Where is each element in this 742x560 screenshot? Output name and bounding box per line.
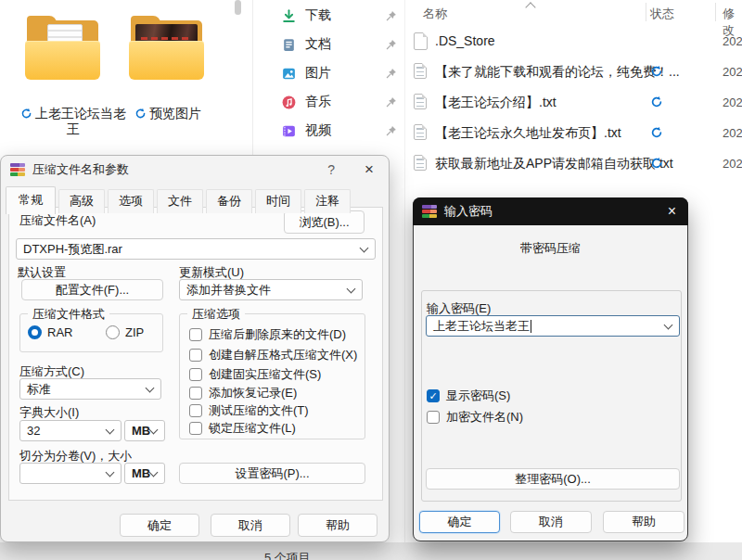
checkbox-icon[interactable] <box>189 328 202 341</box>
checkbox-icon[interactable] <box>189 387 202 400</box>
split-volumes-combobox[interactable] <box>19 463 122 484</box>
radio-selected-icon[interactable] <box>28 325 42 339</box>
tab-options[interactable]: 选项 <box>108 189 154 213</box>
checkbox-icon[interactable] <box>189 349 202 362</box>
file-name: 【老王论坛介绍】.txt <box>435 95 556 111</box>
chevron-down-icon[interactable] <box>347 284 356 293</box>
pin-icon <box>385 10 397 22</box>
text-caret <box>531 320 531 333</box>
chevron-down-icon[interactable] <box>106 467 115 477</box>
help-button[interactable]: 帮助 <box>298 514 377 537</box>
checkbox-icon[interactable] <box>189 422 202 435</box>
sidebar-item-documents[interactable]: 文档 <box>281 33 397 56</box>
download-icon <box>281 8 297 24</box>
cancel-button[interactable]: 取消 <box>211 514 290 537</box>
password-input[interactable]: 上老王论坛当老王 <box>426 315 680 337</box>
folder-tile[interactable]: 预览图片 <box>127 15 211 80</box>
desktop: 上老王论坛当老王 预览图片 下载 <box>0 0 742 560</box>
sidebar-item-music[interactable]: 音乐 <box>281 91 397 113</box>
chevron-down-icon[interactable] <box>146 383 155 392</box>
document-icon <box>281 37 297 53</box>
dictionary-size-combobox[interactable]: 32 <box>19 420 122 441</box>
sidebar-item-label: 音乐 <box>305 94 385 110</box>
chevron-down-icon[interactable] <box>106 425 115 434</box>
file-name: 【老王论坛永久地址发布页】.txt <box>435 125 621 142</box>
checkbox-show-password[interactable]: 显示密码(S) <box>427 388 510 404</box>
set-password-button[interactable]: 设置密码(P)... <box>179 463 365 484</box>
radio-rar[interactable]: RAR <box>28 325 72 339</box>
chevron-down-icon[interactable] <box>664 320 673 329</box>
file-row[interactable]: 【来了就能下载和观看的论坛，纯免费！... 202 <box>405 59 742 85</box>
checkbox-icon[interactable] <box>189 368 202 381</box>
ok-button[interactable]: 确定 <box>120 514 199 537</box>
help-icon[interactable]: ? <box>327 162 335 177</box>
dictionary-size-label: 字典大小(I) <box>19 404 79 421</box>
checkbox-icon[interactable] <box>427 411 440 424</box>
checkbox-encrypt-filenames[interactable]: 加密文件名(N) <box>427 409 523 426</box>
organize-passwords-button[interactable]: 整理密码(O)... <box>426 468 680 490</box>
cancel-button[interactable]: 取消 <box>510 511 592 533</box>
help-button[interactable]: 帮助 <box>603 511 684 533</box>
ok-button[interactable]: 确定 <box>419 511 500 533</box>
archive-name-combobox[interactable]: DTXPH-预览图.rar <box>16 238 376 260</box>
tab-files[interactable]: 文件 <box>157 189 203 213</box>
dialog-title-bar[interactable]: 输入密码 <box>413 197 688 225</box>
pictures-icon <box>281 66 297 82</box>
chevron-down-icon[interactable] <box>360 243 369 252</box>
sort-ascending-icon[interactable] <box>525 2 535 12</box>
enter-password-dialog: 输入密码 × 带密码压缩 输入密码(E) 上老王论坛当老王 显示密码(S) 加密… <box>413 197 688 541</box>
column-header-name[interactable]: 名称 <box>423 6 447 22</box>
dialog-title: 输入密码 <box>444 203 493 220</box>
tab-time[interactable]: 时间 <box>255 189 301 213</box>
update-mode-combobox[interactable]: 添加并替换文件 <box>179 279 363 300</box>
file-list-header: 名称 状态 修改 <box>405 0 742 25</box>
checkbox-icon[interactable] <box>189 404 202 417</box>
file-row[interactable]: 获取最新地址及APP请发邮箱自动获取.txt 202 <box>405 151 742 177</box>
sidebar-item-label: 图片 <box>305 65 385 82</box>
scrollbar-thumb[interactable] <box>235 0 241 15</box>
close-icon[interactable]: × <box>365 160 374 179</box>
checkbox-lock-archive[interactable]: 锁定压缩文件(L) <box>189 420 296 437</box>
folder-name: 上老王论坛当老王 <box>35 106 126 136</box>
folder-name: 预览图片 <box>149 106 201 121</box>
file-row[interactable]: 【老王论坛永久地址发布页】.txt 202 <box>405 121 742 146</box>
tab-advanced[interactable]: 高级 <box>58 189 105 213</box>
checkbox-test-files[interactable]: 测试压缩的文件(T) <box>189 402 309 419</box>
password-subtitle: 带密码压缩 <box>414 240 687 257</box>
radio-unselected-icon[interactable] <box>106 325 120 339</box>
browse-button[interactable]: 浏览(B)... <box>284 210 365 234</box>
status-bar: 5 个项目 <box>0 542 742 560</box>
folder-tile[interactable]: 上老王论坛当老王 <box>23 15 125 80</box>
split-unit-combobox[interactable]: MB <box>124 463 165 484</box>
radio-zip[interactable]: ZIP <box>106 325 144 339</box>
sidebar-item-videos[interactable]: 视频 <box>281 120 397 142</box>
file-name: .DS_Store <box>435 33 495 48</box>
checkbox-checked-icon[interactable] <box>427 389 440 402</box>
checkbox-solid-archive[interactable]: 创建固实压缩文件(S) <box>189 366 321 383</box>
winrar-icon <box>10 163 25 176</box>
checkbox-delete-files[interactable]: 压缩后删除原来的文件(D) <box>189 326 346 343</box>
dictionary-unit-combobox[interactable]: MB <box>124 420 165 441</box>
checkbox-create-sfx[interactable]: 创建自解压格式压缩文件(X) <box>189 347 357 363</box>
file-row[interactable]: .DS_Store 202 <box>405 29 742 55</box>
file-row[interactable]: 【老王论坛介绍】.txt 202 <box>405 90 742 116</box>
sidebar-item-pictures[interactable]: 图片 <box>281 62 397 84</box>
tab-general[interactable]: 常规 <box>6 186 56 214</box>
tab-comment[interactable]: 注释 <box>304 189 351 213</box>
file-modified: 202 <box>723 65 742 79</box>
sidebar-item-downloads[interactable]: 下载 <box>281 5 397 27</box>
compression-method-combobox[interactable]: 标准 <box>19 378 161 400</box>
sync-icon <box>650 95 663 108</box>
close-icon[interactable]: × <box>668 203 676 220</box>
music-icon <box>281 95 297 110</box>
archiving-options-group: 压缩选项 压缩后删除原来的文件(D) 创建自解压格式压缩文件(X) 创建固实压缩… <box>179 313 365 439</box>
file-modified: 202 <box>723 34 742 48</box>
sync-icon <box>134 108 147 120</box>
profiles-button[interactable]: 配置文件(F)... <box>21 279 163 300</box>
checkbox-recovery-record[interactable]: 添加恢复记录(E) <box>189 385 297 401</box>
pin-icon <box>385 96 397 108</box>
tab-backup[interactable]: 备份 <box>206 189 252 213</box>
archive-name-label: 压缩文件名(A) <box>19 212 96 229</box>
column-header-status[interactable]: 状态 <box>650 6 674 22</box>
file-name: 【来了就能下载和观看的论坛，纯免费！... <box>435 64 680 81</box>
